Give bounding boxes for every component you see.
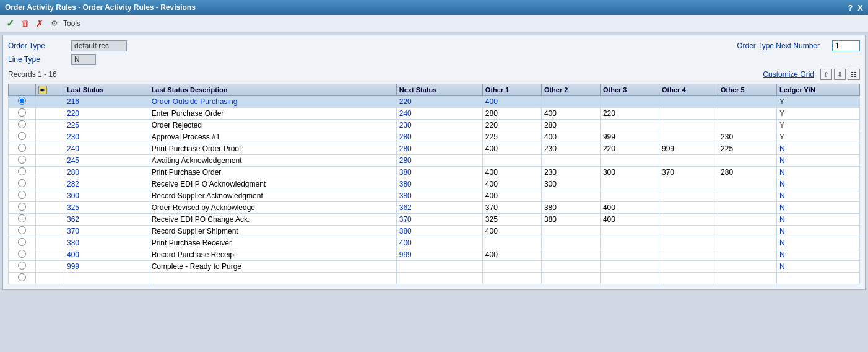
row-edit-cell xyxy=(36,178,64,190)
row-radio-cell[interactable] xyxy=(9,237,36,249)
cell-last-status: 225 xyxy=(64,120,149,131)
customize-grid-link[interactable]: Customize Grid xyxy=(763,70,814,79)
close-button[interactable]: X xyxy=(857,3,863,12)
row-edit-cell xyxy=(36,249,64,261)
row-radio[interactable] xyxy=(18,144,26,152)
cell-description: Print Purchase Order xyxy=(149,167,396,178)
row-radio[interactable] xyxy=(18,250,26,258)
row-radio[interactable] xyxy=(18,214,26,222)
cell-other3: 400 xyxy=(600,202,659,214)
row-radio-cell[interactable] xyxy=(9,108,36,120)
cell-last-status: 362 xyxy=(64,214,149,226)
row-edit-cell xyxy=(36,155,64,167)
row-radio[interactable] xyxy=(18,120,26,128)
row-radio[interactable] xyxy=(18,132,26,140)
cell-other2 xyxy=(541,226,600,237)
row-radio-cell[interactable] xyxy=(9,120,36,131)
row-radio[interactable] xyxy=(18,156,26,164)
row-radio[interactable] xyxy=(18,262,26,270)
row-radio-cell[interactable] xyxy=(9,155,36,167)
window-title: Order Activity Rules - Order Activity Ru… xyxy=(5,3,196,12)
order-type-input[interactable] xyxy=(71,40,127,51)
cell-other2: 230 xyxy=(541,143,600,155)
col-header-other4: Other 4 xyxy=(659,84,718,96)
cell-other2: 280 xyxy=(541,120,600,131)
cell-other5: 280 xyxy=(718,167,777,178)
help-button[interactable]: ? xyxy=(848,3,853,12)
cell-other2 xyxy=(541,190,600,202)
row-radio-cell[interactable] xyxy=(9,226,36,237)
line-type-input[interactable] xyxy=(71,54,96,65)
tools-icon[interactable]: ⚙ xyxy=(48,17,61,30)
row-radio-cell[interactable] xyxy=(9,214,36,226)
row-radio-cell[interactable] xyxy=(9,249,36,261)
row-radio[interactable] xyxy=(18,203,26,211)
row-edit-cell xyxy=(36,167,64,178)
table-row: 280 Print Purchase Order 380 400 230 300… xyxy=(9,167,860,178)
row-radio-cell[interactable] xyxy=(9,131,36,143)
cell-other3 xyxy=(600,273,659,284)
row-radio-cell[interactable] xyxy=(9,178,36,190)
cell-description: Record Supplier Acknowledgment xyxy=(149,190,396,202)
cell-next-status xyxy=(396,273,482,284)
activity-rules-table: ✏ Last Status Last Status Description Ne… xyxy=(8,84,860,284)
row-radio[interactable] xyxy=(18,97,26,105)
row-radio[interactable] xyxy=(18,167,26,175)
cell-other3 xyxy=(600,190,659,202)
row-radio-cell[interactable] xyxy=(9,202,36,214)
cell-other5 xyxy=(718,226,777,237)
cell-last-status: 999 xyxy=(64,261,149,273)
cell-description xyxy=(149,273,396,284)
cell-ledger: Y xyxy=(777,108,860,120)
row-edit-cell xyxy=(36,273,64,284)
cell-description: Order Rejected xyxy=(149,120,396,131)
cell-next-status: 280 xyxy=(396,155,482,167)
row-radio-cell[interactable] xyxy=(9,190,36,202)
row-radio-cell[interactable] xyxy=(9,273,36,284)
grid-settings-icon[interactable]: ☷ xyxy=(848,69,860,80)
cell-other5 xyxy=(718,190,777,202)
cell-next-status: 380 xyxy=(396,226,482,237)
save-button[interactable]: ✓ xyxy=(4,17,16,30)
delete-button[interactable]: 🗑 xyxy=(19,17,31,30)
cell-other1 xyxy=(482,155,541,167)
cell-other3 xyxy=(600,120,659,131)
cell-last-status: 230 xyxy=(64,131,149,143)
cell-description: Record Supplier Shipment xyxy=(149,226,396,237)
cell-other1: 400 xyxy=(482,190,541,202)
cell-last-status: 280 xyxy=(64,167,149,178)
cell-other3 xyxy=(600,96,659,108)
row-radio-cell[interactable] xyxy=(9,261,36,273)
cell-description: Awaiting Acknowledgement xyxy=(149,155,396,167)
row-radio-cell[interactable] xyxy=(9,143,36,155)
row-radio[interactable] xyxy=(18,226,26,234)
export-icon[interactable]: ⇧ xyxy=(820,69,832,80)
cell-other5 xyxy=(718,249,777,261)
col-header-other3: Other 3 xyxy=(600,84,659,96)
row-radio-cell[interactable] xyxy=(9,96,36,108)
import-icon[interactable]: ⇩ xyxy=(834,69,846,80)
cell-other3: 300 xyxy=(600,167,659,178)
cell-other1: 400 xyxy=(482,226,541,237)
row-radio[interactable] xyxy=(18,108,26,117)
cancel-button[interactable]: ✗ xyxy=(33,17,46,30)
cell-next-status: 370 xyxy=(396,214,482,226)
cell-ledger: N xyxy=(777,155,860,167)
cell-other4 xyxy=(659,226,718,237)
row-radio[interactable] xyxy=(18,238,26,246)
title-bar: Order Activity Rules - Order Activity Ru… xyxy=(0,0,868,15)
cell-other4 xyxy=(659,261,718,273)
row-edit-cell xyxy=(36,237,64,249)
tools-menu[interactable]: Tools xyxy=(63,19,80,28)
cell-other4 xyxy=(659,202,718,214)
row-radio-cell[interactable] xyxy=(9,167,36,178)
cell-other4: 370 xyxy=(659,167,718,178)
table-row: 325 Order Revised by Acknowledge 362 370… xyxy=(9,202,860,214)
row-radio[interactable] xyxy=(18,179,26,187)
row-radio[interactable] xyxy=(18,273,26,281)
order-type-next-number-input[interactable] xyxy=(832,40,860,51)
col-header-last-status: Last Status xyxy=(64,84,149,96)
row-radio[interactable] xyxy=(18,191,26,199)
row-edit-cell xyxy=(36,108,64,120)
cell-other3: 220 xyxy=(600,143,659,155)
